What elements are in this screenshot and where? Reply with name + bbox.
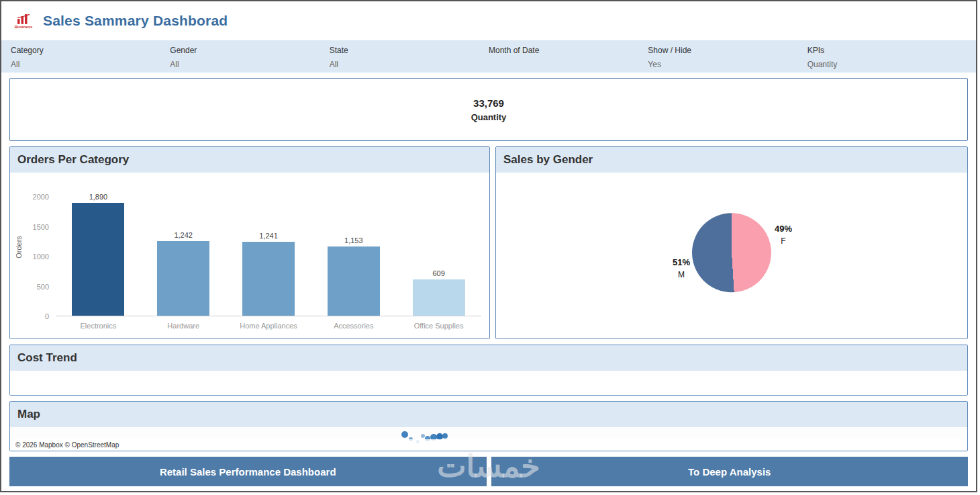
map-marker-dot[interactable]	[442, 433, 448, 439]
map-attribution[interactable]: © 2026 Mapbox © OpenStreetMap	[10, 439, 967, 451]
bar-value-label: 1,890	[89, 193, 108, 201]
header: Business Sales Sammary Dashborad	[1, 1, 976, 40]
bar-value-label: 1,153	[344, 236, 363, 244]
orders-per-category-panel: Orders Per Category Orders 0500100015002…	[9, 146, 490, 339]
footer-nav: Retail Sales Performance Dashboard To De…	[9, 457, 968, 486]
charts-row: Orders Per Category Orders 0500100015002…	[9, 146, 968, 339]
map-body[interactable]: © 2026 Mapbox © OpenStreetMap	[10, 427, 967, 451]
bar-value-label: 1,242	[174, 231, 193, 239]
pie-label-male: 51% M	[673, 257, 690, 279]
cost-trend-body	[10, 371, 967, 395]
pie-chart[interactable]	[692, 213, 771, 292]
bar-column[interactable]: 1,241	[226, 182, 311, 316]
filter-month-of-date[interactable]: Month of Date	[489, 46, 648, 73]
panel-title: Sales by Gender	[496, 147, 967, 173]
filter-value[interactable]: All	[170, 60, 329, 69]
panel-title: Map	[10, 402, 967, 427]
retail-dashboard-button[interactable]: Retail Sales Performance Dashboard	[9, 457, 487, 486]
bar-category-label: Accessories	[311, 322, 396, 330]
bar[interactable]	[413, 279, 465, 316]
filter-label: Show / Hide	[648, 46, 807, 55]
bar[interactable]	[72, 203, 124, 316]
deep-analysis-button[interactable]: To Deep Analysis	[491, 457, 969, 486]
bar-value-label: 609	[432, 269, 444, 277]
bar-chart-plot: 1,8901,2421,2411,153609 ElectronicsHardw…	[56, 182, 481, 330]
bar-category-label: Hardware	[141, 322, 226, 330]
filter-kpis[interactable]: KPIs Quantity	[807, 46, 967, 73]
bar-category-label: Home Appliances	[226, 322, 311, 330]
filter-gender[interactable]: Gender All	[170, 46, 329, 73]
logo-icon	[16, 13, 31, 24]
bar[interactable]	[242, 242, 295, 316]
bar-value-label: 1,241	[259, 232, 278, 240]
filter-value[interactable]: Quantity	[807, 60, 967, 69]
bar-category-label: Office Supplies	[396, 322, 481, 330]
y-axis: Orders	[13, 182, 25, 330]
pie-gender-label: F	[775, 236, 792, 246]
kpi-value: 33,769	[473, 97, 504, 109]
filter-value[interactable]: All	[330, 60, 489, 69]
map-marker-dot[interactable]	[421, 434, 425, 438]
kpi-label: Quantity	[471, 112, 507, 122]
filter-label: KPIs	[807, 46, 967, 55]
pie-gender-label: M	[673, 270, 690, 279]
y-tick-label: 1500	[33, 223, 49, 231]
filter-value[interactable]: All	[11, 60, 170, 69]
page-title: Sales Sammary Dashborad	[43, 13, 228, 29]
filter-label: Month of Date	[489, 46, 648, 55]
bar[interactable]	[328, 246, 380, 316]
y-tick-label: 1000	[33, 253, 49, 261]
filter-show-hide[interactable]: Show / Hide Yes	[648, 46, 807, 73]
logo-label: Business	[15, 25, 33, 29]
y-tick-label: 500	[37, 283, 49, 291]
filter-value[interactable]: Yes	[648, 60, 807, 69]
panel-title: Orders Per Category	[10, 147, 489, 173]
map-marker-dot[interactable]	[401, 431, 408, 438]
pie-chart-area: 49% F 51% M	[496, 173, 967, 339]
filter-state[interactable]: State All	[330, 46, 489, 73]
panel-title: Cost Trend	[10, 345, 967, 371]
filter-bar: Category All Gender All State All Month …	[1, 40, 976, 73]
y-axis-title: Orders	[15, 236, 23, 259]
bar-chart-area: Orders 0500100015002000 1,8901,2421,2411…	[10, 173, 489, 339]
bar[interactable]	[157, 241, 209, 316]
logo: Business	[12, 13, 35, 29]
bar-column[interactable]: 1,153	[311, 182, 396, 316]
bar-chart-yticks: 0500100015002000	[25, 182, 56, 316]
y-tick-label: 2000	[33, 193, 49, 201]
filter-label: Category	[11, 46, 170, 55]
bar-column[interactable]: 1,242	[141, 182, 226, 316]
filter-label: State	[330, 46, 489, 55]
bar-category-label: Electronics	[56, 322, 141, 330]
filter-category[interactable]: Category All	[11, 46, 170, 73]
dashboard-page: Business Sales Sammary Dashborad Categor…	[0, 0, 977, 492]
filter-label: Gender	[170, 46, 329, 55]
bar-chart-categories: ElectronicsHardwareHome AppliancesAccess…	[56, 316, 481, 330]
map-panel: Map © 2026 Mapbox © OpenStreetMap	[9, 401, 968, 451]
bar-chart-bars: 1,8901,2421,2411,153609	[56, 182, 481, 316]
kpi-card: 33,769 Quantity	[9, 78, 968, 141]
sales-by-gender-panel: Sales by Gender 49% F 51% M	[495, 146, 968, 339]
y-tick-label: 0	[45, 312, 49, 320]
bar-column[interactable]: 1,890	[56, 182, 141, 316]
pie-percent: 49%	[775, 224, 792, 234]
pie-percent: 51%	[673, 257, 690, 267]
cost-trend-panel: Cost Trend	[9, 345, 968, 396]
bar-column[interactable]: 609	[396, 182, 481, 316]
pie-label-female: 49% F	[775, 224, 792, 246]
